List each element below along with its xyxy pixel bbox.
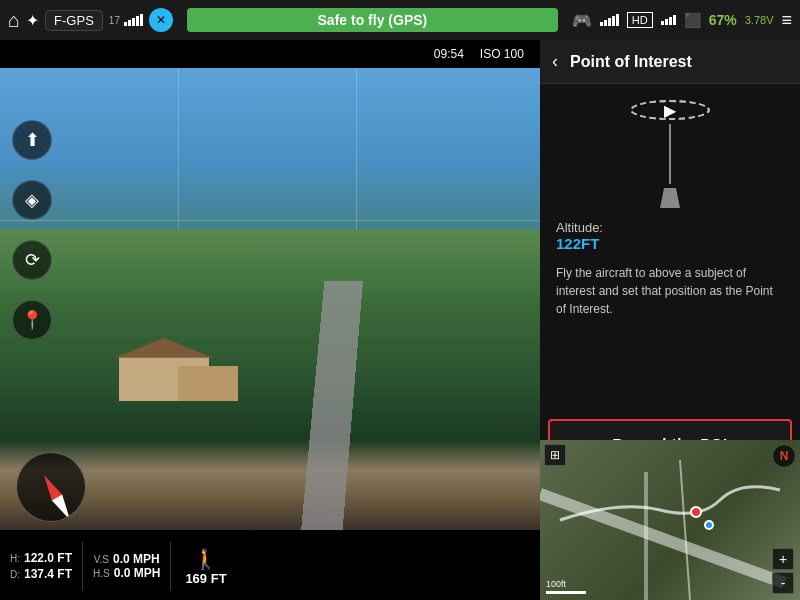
poi-illustration: ▶ bbox=[630, 100, 710, 208]
iso-display: ISO 100 bbox=[480, 47, 524, 61]
zoom-out-button[interactable]: - bbox=[772, 572, 794, 594]
top-bar: ⌂ ✦ F-GPS 17 ✕ Safe to fly (GPS) 🎮 HD bbox=[0, 0, 800, 40]
distance-value: 137.4 FT bbox=[24, 567, 72, 581]
zoom-in-button[interactable]: + bbox=[772, 548, 794, 570]
altitude-field-value: 122FT bbox=[556, 235, 784, 252]
altitude-value: 122.0 FT bbox=[24, 551, 72, 565]
speed-stats: V.S 0.0 MPH H.S 0.0 MPH bbox=[93, 552, 160, 580]
takeoff-icon: ⬆ bbox=[25, 129, 40, 151]
home-button[interactable]: ⌂ bbox=[8, 9, 20, 32]
drone-mode-icon: ✦ bbox=[26, 11, 39, 30]
altitude-section: Altitude: 122FT bbox=[556, 220, 784, 252]
back-button[interactable]: ‹ bbox=[552, 51, 558, 72]
top-right-icons: 🎮 HD ⬛ 67% 3.78V ≡ bbox=[572, 10, 792, 31]
signal-indicator: 17 bbox=[109, 14, 143, 26]
orbit-icon: ⟳ bbox=[25, 249, 40, 271]
panel-header: ‹ Point of Interest bbox=[540, 40, 800, 84]
drone-circle: ▶ bbox=[630, 100, 710, 120]
battery-percent: 67% bbox=[709, 12, 737, 28]
vs-label: V.S bbox=[94, 554, 109, 565]
poi-button[interactable]: 📍 bbox=[12, 300, 52, 340]
altitude-distance-stats: H: 122.0 FT D: 137.4 FT bbox=[10, 551, 72, 581]
poi-panel: ‹ Point of Interest ▶ Altitude: 122FT Fl… bbox=[540, 40, 800, 480]
bottom-status-bar: H: 122.0 FT D: 137.4 FT V.S 0.0 MPH H.S … bbox=[0, 532, 540, 600]
hd-label: HD bbox=[627, 12, 653, 28]
map-paths bbox=[540, 440, 800, 600]
panel-title: Point of Interest bbox=[570, 53, 692, 71]
drone-map-marker bbox=[690, 506, 702, 518]
panel-body: ▶ Altitude: 122FT Fly the aircraft to ab… bbox=[540, 84, 800, 419]
safe-to-fly-status: Safe to fly (GPS) bbox=[187, 8, 558, 32]
home-map-marker bbox=[704, 520, 714, 530]
menu-icon[interactable]: ≡ bbox=[781, 10, 792, 31]
map-scale: 100ft bbox=[546, 579, 586, 594]
home-icon: ⌂ bbox=[8, 9, 20, 32]
poi-description: Fly the aircraft to above a subject of i… bbox=[556, 264, 784, 318]
map-background: ⊞ N 100ft + - bbox=[540, 440, 800, 600]
poi-base bbox=[660, 188, 680, 208]
height-value: 169 FT bbox=[185, 571, 226, 586]
time-display: 09:54 bbox=[434, 47, 464, 61]
poi-pole bbox=[669, 124, 671, 184]
map-layers-button[interactable]: ⊞ bbox=[544, 444, 566, 466]
battery-voltage: 3.78V bbox=[745, 14, 774, 26]
hs-value: 0.0 MPH bbox=[114, 566, 161, 580]
compass-button[interactable]: ◈ bbox=[12, 180, 52, 220]
height-indicator: 🚶 169 FT bbox=[185, 547, 226, 586]
takeoff-button[interactable]: ⬆ bbox=[12, 120, 52, 160]
flight-mode-icon: ✕ bbox=[149, 8, 173, 32]
mini-map[interactable]: ⊞ N 100ft + - bbox=[540, 440, 800, 600]
map-top-icons: ⊞ bbox=[544, 444, 566, 466]
orbit-button[interactable]: ⟳ bbox=[12, 240, 52, 280]
compass-widget bbox=[16, 452, 86, 522]
map-zoom-controls: + - bbox=[772, 548, 794, 594]
vs-value: 0.0 MPH bbox=[113, 552, 160, 566]
record-icon: ⬛ bbox=[684, 12, 701, 28]
distance-label: D: bbox=[10, 569, 20, 580]
left-side-icons: ⬆ ◈ ⟳ 📍 bbox=[12, 120, 52, 340]
hs-label: H.S bbox=[93, 568, 110, 579]
person-icon: 🚶 bbox=[193, 547, 218, 571]
compass-nav-icon: ◈ bbox=[25, 189, 39, 211]
altitude-label: H: bbox=[10, 553, 20, 564]
map-compass: N bbox=[772, 444, 796, 468]
poi-icon: 📍 bbox=[21, 309, 43, 331]
remote-icon: 🎮 bbox=[572, 11, 592, 30]
gps-label[interactable]: F-GPS bbox=[45, 10, 103, 31]
altitude-field-label: Altitude: bbox=[556, 220, 784, 235]
